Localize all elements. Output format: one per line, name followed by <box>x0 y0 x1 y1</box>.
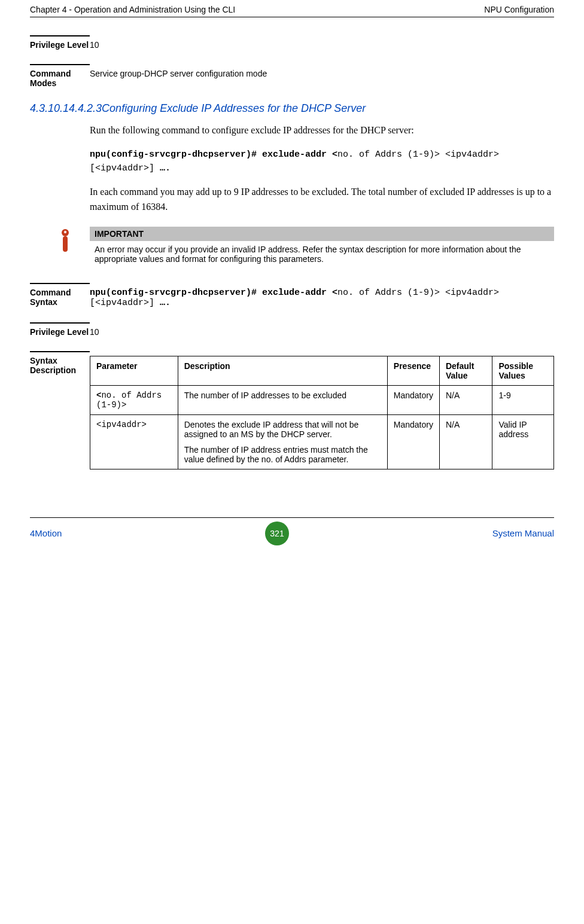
important-icon <box>57 229 73 255</box>
paragraph-1: Run the following command to configure e… <box>90 123 554 138</box>
section-heading: 4.3.10.14.4.2.3Configuring Exclude IP Ad… <box>30 102 554 115</box>
paragraph-2: In each command you may add up to 9 IP a… <box>90 185 554 215</box>
important-callout: IMPORTANT An error may occur if you prov… <box>90 227 554 267</box>
th-description: Description <box>178 356 387 385</box>
td-default-1: N/A <box>439 414 492 469</box>
td-desc-1-a: Denotes the exclude IP address that will… <box>184 420 381 439</box>
page-header: Chapter 4 - Operation and Administration… <box>30 0 554 17</box>
table-row: <ipv4addr> Denotes the exclude IP addres… <box>90 414 554 469</box>
td-param-0-rest: no. of Addrs (1-9)> <box>96 391 162 410</box>
th-parameter: Parameter <box>90 356 178 385</box>
table-header-row: Parameter Description Presence Default V… <box>90 356 554 385</box>
td-desc-1-b: The number of IP address entries must ma… <box>184 445 381 464</box>
syntax-table: Parameter Description Presence Default V… <box>90 356 554 469</box>
th-possible: Possible Values <box>492 356 554 385</box>
td-desc-1: Denotes the exclude IP address that will… <box>178 414 387 469</box>
cs-bold2: …. <box>160 298 171 308</box>
command-syntax-block: Command Syntax npu(config-srvcgrp-dhcpse… <box>30 288 554 308</box>
td-presence-1: Mandatory <box>387 414 439 469</box>
td-param-1-rest: <ipv4addr> <box>96 420 147 429</box>
command-line-1: npu(config-srvcgrp-dhcpserver)# exclude-… <box>90 148 554 176</box>
td-desc-0-a: The number of IP addresses to be exclude… <box>184 391 381 400</box>
header-right: NPU Configuration <box>484 5 554 14</box>
page-footer: 4Motion 321 System Manual <box>30 517 554 545</box>
syntax-description-block: Syntax Description Parameter Description… <box>30 356 554 469</box>
header-left: Chapter 4 - Operation and Administration… <box>30 5 235 14</box>
td-desc-0: The number of IP addresses to be exclude… <box>178 385 387 414</box>
syntax-description-label: Syntax Description <box>30 356 90 375</box>
command-modes-value: Service group-DHCP server configuration … <box>90 69 554 88</box>
important-body: An error may occur if you provide an inv… <box>90 241 554 267</box>
page-number-badge: 321 <box>265 522 289 545</box>
svg-rect-1 <box>63 236 68 252</box>
td-default-0: N/A <box>439 385 492 414</box>
footer-left: 4Motion <box>30 528 62 538</box>
td-possible-1: Valid IP address <box>492 414 554 469</box>
command-modes-block: Command Modes Service group-DHCP server … <box>30 69 554 88</box>
command-modes-label: Command Modes <box>30 69 90 88</box>
privilege-label-1: Privilege Level <box>30 40 90 50</box>
command-syntax-label: Command Syntax <box>30 288 90 308</box>
cmd1-bold1: npu(config-srvcgrp-dhcpserver)# exclude-… <box>90 150 337 160</box>
th-default: Default Value <box>439 356 492 385</box>
privilege-value-2: 10 <box>90 327 554 337</box>
important-header: IMPORTANT <box>90 227 554 241</box>
command-syntax-value: npu(config-srvcgrp-dhcpserver)# exclude-… <box>90 288 554 308</box>
privilege-label-2: Privilege Level <box>30 327 90 337</box>
privilege-level-block-1: Privilege Level 10 <box>30 40 554 50</box>
privilege-level-block-2: Privilege Level 10 <box>30 327 554 337</box>
cmd1-bold2: …. <box>160 163 171 173</box>
svg-point-2 <box>64 231 66 233</box>
td-presence-0: Mandatory <box>387 385 439 414</box>
section-title: Configuring Exclude IP Addresses for the… <box>102 102 366 114</box>
section-number: 4.3.10.14.4.2.3 <box>30 102 102 114</box>
th-presence: Presence <box>387 356 439 385</box>
td-possible-0: 1-9 <box>492 385 554 414</box>
td-param-0: <no. of Addrs (1-9)> <box>90 385 178 414</box>
table-row: <no. of Addrs (1-9)> The number of IP ad… <box>90 385 554 414</box>
footer-right: System Manual <box>492 528 554 538</box>
cs-bold1: npu(config-srvcgrp-dhcpserver)# exclude-… <box>90 288 337 298</box>
td-param-1: <ipv4addr> <box>90 414 178 469</box>
privilege-value-1: 10 <box>90 40 554 50</box>
